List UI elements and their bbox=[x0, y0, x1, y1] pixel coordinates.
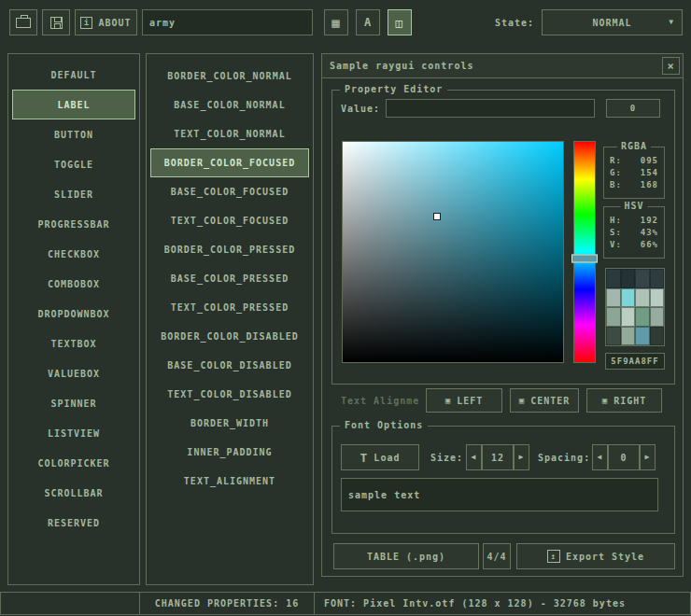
hue-bar[interactable] bbox=[573, 141, 596, 363]
load-font-icon: T bbox=[360, 452, 369, 464]
properties-list-panel: BORDER_COLOR_NORMAL BASE_COLOR_NORMAL TE… bbox=[146, 53, 314, 585]
font-view-button[interactable]: A bbox=[356, 9, 380, 35]
table-icon: ◫ bbox=[396, 17, 404, 29]
rgba-box: RGBA R: 095 G: 154 B: 168 bbox=[603, 147, 665, 199]
font-size-label: Size: bbox=[430, 444, 463, 470]
palette-swatch[interactable] bbox=[606, 269, 621, 288]
hsv-v-row: V: 66% bbox=[610, 240, 658, 249]
palette-swatch[interactable] bbox=[635, 327, 650, 346]
new-style-button[interactable] bbox=[9, 9, 37, 35]
palette-swatch[interactable] bbox=[650, 288, 665, 308]
style-name-input[interactable] bbox=[142, 9, 313, 35]
control-item-progressbar[interactable]: PROGRESSBAR bbox=[12, 209, 135, 239]
palette-swatch[interactable] bbox=[621, 307, 636, 327]
property-item-border-width[interactable]: BORDER_WIDTH bbox=[150, 409, 309, 438]
export-table-button[interactable]: TABLE (.png) bbox=[333, 543, 479, 569]
control-item-toggle[interactable]: TOGGLE bbox=[12, 149, 135, 179]
spacing-decrement-button[interactable]: ◀ bbox=[592, 444, 608, 470]
window-titlebar[interactable]: Sample raygui controls bbox=[322, 54, 683, 78]
align-left-button[interactable]: ▣ LEFT bbox=[426, 388, 502, 413]
control-item-checkbox[interactable]: CHECKBOX bbox=[12, 239, 135, 269]
palette-swatch[interactable] bbox=[621, 327, 636, 346]
close-window-button[interactable]: × bbox=[662, 57, 680, 75]
table-pages-button[interactable]: 4/4 bbox=[483, 543, 511, 569]
control-item-default[interactable]: DEFAULT bbox=[12, 60, 135, 90]
property-item-border-color-normal[interactable]: BORDER_COLOR_NORMAL bbox=[150, 62, 309, 91]
palette-swatch[interactable] bbox=[621, 269, 636, 288]
control-item-listview[interactable]: LISTVIEW bbox=[12, 418, 135, 448]
control-item-scrollbar[interactable]: SCROLLBAR bbox=[12, 478, 135, 508]
spacing-increment-button[interactable]: ▶ bbox=[640, 444, 656, 470]
value-input[interactable] bbox=[386, 99, 595, 118]
state-dropdown[interactable]: NORMAL ▼ bbox=[542, 9, 683, 35]
property-item-text-color-disabled[interactable]: TEXT_COLOR_DISABLED bbox=[150, 380, 309, 409]
property-item-base-color-focused[interactable]: BASE_COLOR_FOCUSED bbox=[150, 177, 309, 206]
control-item-textbox[interactable]: TEXTBOX bbox=[12, 329, 135, 358]
control-item-combobox[interactable]: COMBOBOX bbox=[12, 269, 135, 299]
r-label: R: bbox=[610, 156, 622, 165]
property-item-base-color-pressed[interactable]: BASE_COLOR_PRESSED bbox=[150, 264, 309, 293]
property-item-text-color-focused[interactable]: TEXT_COLOR_FOCUSED bbox=[150, 206, 309, 235]
state-label: State: bbox=[486, 9, 534, 35]
palette-swatch[interactable] bbox=[650, 307, 665, 327]
v-value: 66% bbox=[641, 240, 658, 249]
right-arrow-icon: ▶ bbox=[645, 454, 651, 461]
property-item-border-color-pressed[interactable]: BORDER_COLOR_PRESSED bbox=[150, 235, 309, 264]
size-increment-button[interactable]: ▶ bbox=[514, 444, 529, 470]
saturation-brightness-panel[interactable] bbox=[342, 141, 564, 363]
control-item-button[interactable]: BUTTON bbox=[12, 119, 135, 149]
hex-value-field[interactable]: 5F9AA8FF bbox=[605, 353, 665, 370]
window-title: Sample raygui controls bbox=[330, 61, 473, 71]
property-item-text-color-pressed[interactable]: TEXT_COLOR_PRESSED bbox=[150, 293, 309, 322]
control-item-label[interactable]: LABEL bbox=[12, 90, 135, 119]
style-table-button[interactable]: ◫ bbox=[388, 9, 412, 35]
grid-icon: ▦ bbox=[331, 16, 340, 29]
control-item-colorpicker[interactable]: COLORPICKER bbox=[12, 448, 135, 478]
property-item-text-alignment[interactable]: TEXT_ALIGNMENT bbox=[150, 467, 309, 496]
align-center-label: CENTER bbox=[530, 396, 570, 406]
about-button[interactable]: i ABOUT bbox=[75, 9, 137, 35]
size-value-box[interactable]: 12 bbox=[482, 444, 514, 470]
export-style-button[interactable]: ↥ Export Style bbox=[516, 543, 675, 569]
align-center-button[interactable]: ▣ CENTER bbox=[510, 388, 579, 413]
palette-swatch[interactable] bbox=[650, 327, 665, 346]
control-item-dropdownbox[interactable]: DROPDOWNBOX bbox=[12, 299, 135, 329]
font-options-group-label: Font Options bbox=[340, 420, 428, 430]
palette-swatch[interactable] bbox=[621, 288, 636, 308]
state-dropdown-value: NORMAL bbox=[592, 18, 631, 28]
size-decrement-button[interactable]: ◀ bbox=[466, 444, 482, 470]
close-icon: × bbox=[667, 61, 674, 72]
font-load-button[interactable]: T Load bbox=[341, 444, 419, 470]
property-item-base-color-disabled[interactable]: BASE_COLOR_DISABLED bbox=[150, 351, 309, 380]
control-item-spinner[interactable]: SPINNER bbox=[12, 388, 135, 418]
palette-swatch[interactable] bbox=[635, 307, 650, 327]
property-item-border-color-focused[interactable]: BORDER_COLOR_FOCUSED bbox=[150, 148, 309, 177]
property-item-text-color-normal[interactable]: TEXT_COLOR_NORMAL bbox=[150, 119, 309, 148]
control-item-reserved[interactable]: RESERVED bbox=[12, 508, 135, 538]
palette-swatch[interactable] bbox=[635, 288, 650, 308]
property-item-border-color-disabled[interactable]: BORDER_COLOR_DISABLED bbox=[150, 322, 309, 351]
v-label: V: bbox=[610, 240, 622, 249]
control-item-valuebox[interactable]: VALUEBOX bbox=[12, 358, 135, 388]
sample-text-box[interactable]: sample text bbox=[341, 478, 658, 511]
save-style-button[interactable] bbox=[42, 9, 70, 35]
align-left-label: LEFT bbox=[457, 396, 483, 406]
palette-swatch[interactable] bbox=[606, 307, 621, 327]
property-item-base-color-normal[interactable]: BASE_COLOR_NORMAL bbox=[150, 91, 309, 119]
hue-handle[interactable] bbox=[571, 255, 598, 263]
spacing-value-box[interactable]: 0 bbox=[608, 444, 640, 470]
value-button[interactable]: 0 bbox=[606, 99, 660, 118]
palette-swatch[interactable] bbox=[606, 288, 621, 308]
palette-swatch[interactable] bbox=[650, 269, 665, 288]
h-label: H: bbox=[610, 216, 622, 225]
property-item-inner-padding[interactable]: INNER_PADDING bbox=[150, 438, 309, 467]
palette-swatch[interactable] bbox=[606, 327, 621, 346]
align-right-button[interactable]: ▣ RIGHT bbox=[586, 388, 662, 413]
color-cursor[interactable] bbox=[433, 213, 441, 220]
rgba-g-row: G: 154 bbox=[610, 168, 658, 177]
palette-swatch[interactable] bbox=[635, 269, 650, 288]
about-button-label: ABOUT bbox=[98, 18, 131, 28]
grid-view-button[interactable]: ▦ bbox=[324, 9, 348, 35]
property-editor-group-label: Property Editor bbox=[340, 84, 447, 94]
control-item-slider[interactable]: SLIDER bbox=[12, 179, 135, 209]
